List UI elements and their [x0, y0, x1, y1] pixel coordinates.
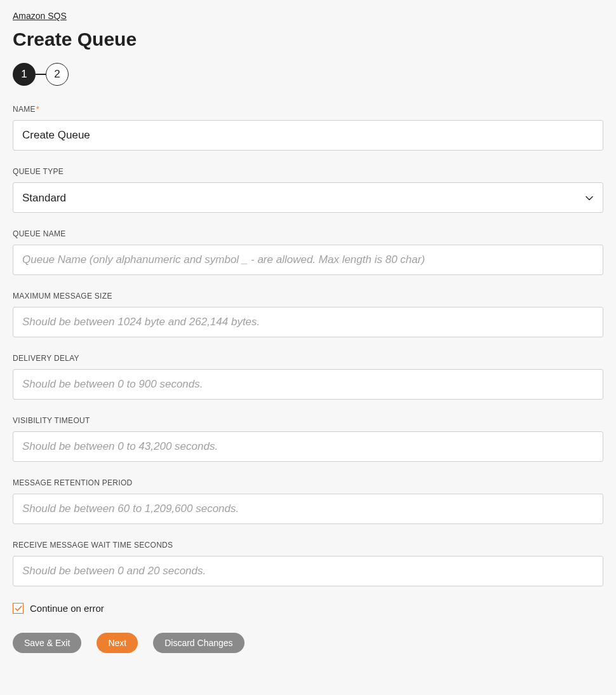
delivery-delay-input[interactable]	[13, 369, 603, 400]
queue-name-label: Queue Name	[13, 229, 603, 238]
field-queue-name: Queue Name	[13, 229, 603, 275]
delivery-delay-label: Delivery Delay	[13, 354, 603, 363]
queue-name-input[interactable]	[13, 245, 603, 275]
name-input[interactable]	[13, 120, 603, 151]
visibility-timeout-label: Visibility Timeout	[13, 416, 603, 425]
visibility-timeout-input[interactable]	[13, 431, 603, 462]
step-2[interactable]: 2	[46, 63, 69, 86]
name-label: Name*	[13, 105, 603, 114]
next-button[interactable]: Next	[97, 633, 138, 653]
breadcrumb-link[interactable]: Amazon SQS	[13, 11, 67, 21]
continue-on-error-row: Continue on error	[13, 603, 603, 614]
page-title: Create Queue	[13, 29, 603, 50]
field-msg-retention: Message Retention Period	[13, 478, 603, 524]
max-msg-size-label: Maximum Message Size	[13, 292, 603, 300]
step-1[interactable]: 1	[13, 63, 36, 86]
continue-on-error-label: Continue on error	[30, 603, 104, 614]
receive-wait-input[interactable]	[13, 556, 603, 586]
field-max-msg-size: Maximum Message Size	[13, 292, 603, 337]
field-name: Name*	[13, 105, 603, 151]
msg-retention-label: Message Retention Period	[13, 478, 603, 487]
step-connector	[36, 74, 46, 75]
check-icon	[15, 605, 22, 612]
field-receive-wait: Receive Message Wait Time Seconds	[13, 541, 603, 586]
field-visibility-timeout: Visibility Timeout	[13, 416, 603, 462]
required-asterisk: *	[36, 105, 39, 114]
queue-type-select[interactable]: Standard	[13, 182, 603, 213]
field-queue-type: Queue Type Standard	[13, 167, 603, 213]
discard-button[interactable]: Discard Changes	[153, 633, 244, 653]
stepper: 1 2	[13, 63, 603, 86]
save-exit-button[interactable]: Save & Exit	[13, 633, 81, 653]
receive-wait-label: Receive Message Wait Time Seconds	[13, 541, 603, 550]
continue-on-error-checkbox[interactable]	[13, 603, 23, 614]
button-row: Save & Exit Next Discard Changes	[13, 633, 603, 653]
msg-retention-input[interactable]	[13, 494, 603, 524]
field-delivery-delay: Delivery Delay	[13, 354, 603, 400]
queue-type-label: Queue Type	[13, 167, 603, 176]
max-msg-size-input[interactable]	[13, 307, 603, 337]
